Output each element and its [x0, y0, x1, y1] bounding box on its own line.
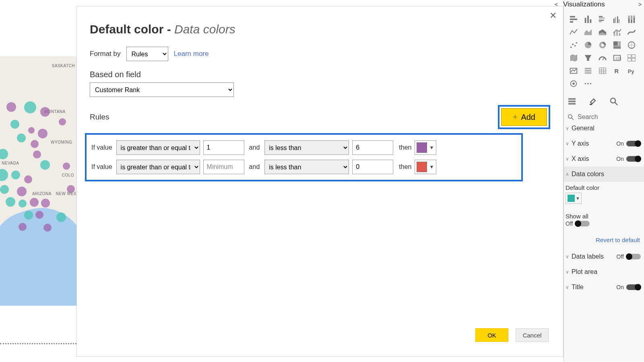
svg-rect-42 [628, 55, 631, 58]
rule-color-picker[interactable]: ▼ [415, 160, 436, 174]
rule-value2-input[interactable] [352, 160, 393, 174]
add-rule-button[interactable]: + Add [501, 108, 547, 126]
x-axis-toggle[interactable]: On [616, 156, 641, 162]
card-icon[interactable]: 123 [611, 52, 623, 64]
svg-point-68 [568, 115, 572, 118]
svg-rect-19 [634, 16, 635, 18]
rule-color-picker[interactable]: ▼ [415, 140, 436, 155]
arcgis-icon[interactable] [567, 78, 580, 89]
area-chart-icon[interactable] [582, 27, 594, 38]
general-option[interactable]: ∨General [564, 121, 644, 136]
svg-rect-65 [590, 104, 592, 105]
svg-point-26 [570, 47, 572, 48]
and-label: and [249, 163, 260, 171]
stacked-area-icon[interactable] [596, 27, 609, 38]
donut-chart-icon[interactable] [596, 39, 609, 51]
line-chart-icon[interactable] [567, 27, 580, 38]
show-all-toggle[interactable]: Off [566, 220, 644, 227]
svg-marker-38 [585, 55, 592, 61]
analytics-tab-icon[interactable] [609, 97, 619, 108]
chevron-right-icon[interactable]: > [636, 1, 644, 8]
rule-op1-select[interactable]: is greater than or equal to [116, 140, 200, 155]
clustered-column-icon[interactable] [611, 14, 623, 25]
title-toggle[interactable]: On [616, 284, 641, 290]
add-highlight: + Add [498, 105, 550, 129]
svg-rect-48 [585, 70, 592, 72]
stacked-bar-icon[interactable] [567, 14, 580, 25]
rule-value1-input[interactable] [203, 160, 244, 174]
kpi-icon[interactable] [567, 65, 580, 76]
more-visuals-icon[interactable] [582, 78, 594, 89]
svg-point-28 [574, 45, 576, 47]
pie-chart-icon[interactable] [582, 39, 594, 51]
svg-rect-35 [618, 44, 621, 46]
title-sub: Data colors [174, 23, 235, 36]
revert-to-default-link[interactable]: Revert to default [564, 227, 644, 249]
filled-map-icon[interactable] [567, 52, 580, 64]
svg-point-61 [590, 83, 592, 84]
svg-text:R: R [615, 68, 619, 74]
chevron-left-icon[interactable]: < [552, 1, 561, 8]
treemap-icon[interactable] [611, 39, 623, 51]
svg-point-27 [572, 43, 574, 45]
cancel-button[interactable]: Cancel [516, 328, 549, 342]
close-icon[interactable]: ✕ [549, 11, 557, 20]
svg-point-29 [576, 42, 578, 44]
default-color-picker[interactable]: ▼ [566, 193, 582, 204]
svg-rect-64 [568, 103, 576, 105]
if-value-label: If value [91, 144, 112, 151]
then-label: then [399, 163, 411, 171]
rule-row: If valueis greater than or equal toandis… [89, 138, 519, 157]
ribbon-chart-icon[interactable] [625, 27, 638, 38]
svg-rect-17 [631, 16, 632, 20]
svg-rect-7 [599, 17, 605, 19]
y-axis-option[interactable]: ∨Y axis On [564, 136, 644, 151]
gauge-icon[interactable] [596, 52, 609, 64]
r-visual-icon[interactable]: R [611, 65, 623, 76]
rule-op1-select[interactable]: is greater than or equal to [116, 160, 200, 174]
table-icon[interactable] [596, 65, 609, 76]
data-colors-dialog: ✕ Default color - Data colors Format by … [76, 6, 564, 357]
search-row[interactable]: Search [567, 113, 644, 121]
py-visual-icon[interactable]: Py [625, 65, 638, 76]
ok-button[interactable]: OK [475, 328, 508, 342]
svg-line-39 [603, 58, 605, 60]
plot-area-option[interactable]: ∨Plot area [564, 264, 644, 280]
data-labels-toggle[interactable]: Off [617, 253, 641, 260]
learn-more-link[interactable]: Learn more [174, 50, 209, 58]
divider [0, 343, 76, 344]
combo-chart-icon[interactable] [611, 27, 623, 38]
clustered-bar-icon[interactable] [596, 14, 609, 25]
map-icon[interactable] [625, 39, 638, 51]
rule-value1-input[interactable] [203, 140, 244, 155]
multi-card-icon[interactable] [625, 52, 638, 64]
fields-tab-icon[interactable] [567, 97, 577, 108]
slicer-icon[interactable] [582, 65, 594, 76]
stacked-column-icon[interactable] [582, 14, 594, 25]
based-on-field-select[interactable]: Customer Rank [90, 82, 234, 97]
rule-value2-input[interactable] [352, 140, 393, 155]
svg-rect-63 [568, 101, 576, 102]
map-label: COLO [62, 173, 74, 177]
format-by-label: Format by [90, 50, 121, 58]
funnel-icon[interactable] [582, 52, 594, 64]
title-option[interactable]: ∨Title On [564, 280, 644, 295]
format-by-select[interactable]: Rules [126, 47, 168, 61]
data-colors-option[interactable]: ∧Data colors [564, 167, 644, 182]
x-axis-option[interactable]: ∨X axis On [564, 151, 644, 167]
data-labels-option[interactable]: ∨Data labels Off [564, 249, 644, 264]
map-label: WYOMING [51, 140, 72, 144]
hundred-stacked-icon[interactable] [625, 14, 638, 25]
title-main: Default color - [90, 23, 174, 36]
color-swatch [568, 195, 575, 202]
chevron-down-icon: ▼ [576, 196, 580, 201]
rule-op2-select[interactable]: is less than [264, 160, 349, 174]
rule-op2-select[interactable]: is less than [264, 140, 349, 155]
then-label: then [399, 144, 411, 151]
y-axis-toggle[interactable]: On [616, 140, 641, 147]
visualizations-title: Visualizations [561, 0, 605, 8]
format-tab-icon[interactable] [588, 97, 598, 108]
svg-rect-34 [618, 41, 621, 44]
scatter-chart-icon[interactable] [567, 39, 580, 51]
svg-rect-9 [599, 21, 602, 23]
